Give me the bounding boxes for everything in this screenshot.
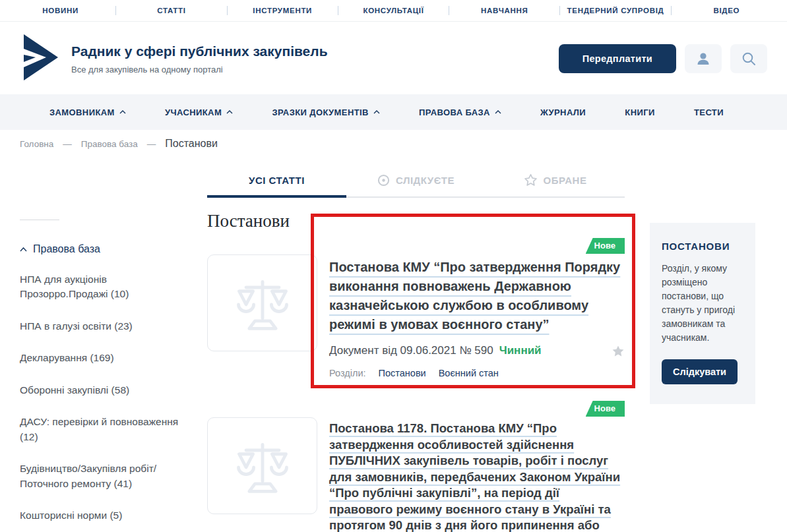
topbar-link-tender-support[interactable]: ТЕНДЕРНИЙ СУПРОВІД — [567, 7, 664, 15]
main-navigation: ЗАМОВНИКАМ УЧАСНИКАМ ЗРАЗКИ ДОКУМЕНТІВ П… — [0, 94, 787, 130]
search-icon — [741, 51, 757, 67]
status-valid: Чинний — [499, 344, 542, 357]
topbar-link-articles[interactable]: СТАТТІ — [157, 7, 186, 15]
tab-following[interactable]: СЛІДКУЄТЕ — [346, 167, 486, 196]
top-link-bar: НОВИНИ СТАТТІ ІНСТРУМЕНТИ КОНСУЛЬТАЦІЇ Н… — [0, 0, 787, 22]
nav-label: ЖУРНАЛИ — [540, 107, 586, 117]
nav-label: ЗАМОВНИКАМ — [49, 107, 115, 117]
follow-button[interactable]: Слідкувати — [662, 359, 738, 384]
brand-text: Радник у сфері публічних закупівель Все … — [71, 44, 328, 74]
follow-box: ПОСТАНОВИ Розділ, у якому розміщено пост… — [650, 223, 755, 404]
divider — [20, 220, 59, 220]
section-link-martial-law[interactable]: Воєнний стан — [439, 368, 499, 378]
account-button[interactable] — [685, 44, 722, 73]
chevron-up-icon — [119, 110, 126, 114]
article-thumbnail[interactable] — [207, 254, 317, 351]
tab-all-articles[interactable]: УСІ СТАТТІ — [207, 167, 346, 196]
tab-favorites[interactable]: ОБРАНЕ — [486, 167, 625, 196]
new-badge: Нове — [586, 238, 625, 254]
sidebar-item-defense[interactable]: Оборонні закупівлі (58) — [20, 383, 186, 398]
chevron-up-icon — [20, 247, 27, 252]
article-card: Нове Постанова КМУ “Про затвердження Пор… — [207, 238, 625, 378]
sidebar-root-label: Правова база — [33, 243, 100, 255]
subscribe-button[interactable]: Передплатити — [559, 44, 676, 73]
badge-row: Нове — [329, 401, 625, 417]
topbar-link-consultations[interactable]: КОНСУЛЬТАЦІЇ — [363, 7, 424, 15]
breadcrumb-legal-base[interactable]: Правова база — [81, 139, 138, 149]
sidebar-item-construction[interactable]: Будівництво/Закупівля робіт/Поточного ре… — [20, 461, 186, 491]
meta-row: Документ від 09.06.2021 № 590 Чинний — [329, 344, 625, 357]
favorite-star-icon[interactable] — [612, 345, 625, 357]
main-content: Правова база НПА для аукціонів Прозорро.… — [0, 156, 787, 532]
tab-label: УСІ СТАТТІ — [249, 175, 305, 186]
category-sidebar: Правова база НПА для аукціонів Прозорро.… — [20, 156, 199, 532]
nav-label: ЗРАЗКИ ДОКУМЕНТІВ — [272, 107, 368, 117]
articles-column: УСІ СТАТТІ СЛІДКУЄТЕ ОБРАНЕ Постанови — [207, 156, 625, 532]
page-title: Постанови — [207, 211, 625, 231]
nav-item-participants[interactable]: УЧАСНИКАМ — [165, 107, 233, 117]
document-meta: Документ від 09.06.2021 № 590 — [329, 344, 493, 357]
sidebar-root-legal-base[interactable]: Правова база — [20, 243, 199, 255]
nav-item-legal-base[interactable]: ПРАВОВА БАЗА — [419, 107, 501, 117]
section-link-postanovy[interactable]: Постанови — [379, 368, 426, 378]
title-wrap: Постанова 1178. Постанова КМУ “Про затве… — [329, 421, 625, 532]
article-title-link[interactable]: Постанова КМУ “Про затвердження Порядку … — [329, 260, 620, 332]
article-body: Нове Постанова КМУ “Про затвердження Пор… — [329, 238, 625, 378]
title-wrap: Постанова КМУ “Про затвердження Порядку … — [329, 258, 625, 334]
breadcrumb-separator: — — [147, 139, 156, 149]
user-icon — [695, 51, 711, 67]
aside-title: ПОСТАНОВИ — [662, 241, 743, 252]
chevron-up-icon — [226, 110, 233, 114]
site-title: Радник у сфері публічних закупівель — [71, 44, 328, 59]
scales-icon — [231, 272, 294, 335]
tabs: УСІ СТАТТІ СЛІДКУЄТЕ ОБРАНЕ — [207, 167, 625, 198]
search-button[interactable] — [730, 44, 767, 73]
nav-item-books[interactable]: КНИГИ — [625, 107, 654, 117]
sidebar-item-declaration[interactable]: Декларування (169) — [20, 351, 186, 365]
sidebar-item-estimate-norms[interactable]: Кошторисні норми (5) — [20, 508, 186, 523]
breadcrumb: Головна — Правова база — Постанови — [0, 130, 787, 156]
page: НОВИНИ СТАТТІ ІНСТРУМЕНТИ КОНСУЛЬТАЦІЇ Н… — [0, 0, 787, 532]
topbar-link-video[interactable]: ВІДЕО — [713, 7, 740, 15]
nav-item-tests[interactable]: ТЕСТИ — [694, 107, 724, 117]
follow-aside: ПОСТАНОВИ Розділ, у якому розміщено пост… — [650, 223, 755, 532]
article-thumbnail[interactable] — [207, 417, 317, 514]
sections-row: Розділи: Постанови Воєнний стан — [329, 368, 625, 378]
article-title-link[interactable]: Постанова 1178. Постанова КМУ “Про затве… — [329, 421, 620, 532]
topbar-link-news[interactable]: НОВИНИ — [42, 7, 79, 15]
chevron-up-icon — [373, 110, 380, 114]
badge-row: Нове — [329, 238, 625, 254]
sections-label: Розділи: — [329, 368, 366, 378]
topbar-link-tools[interactable]: ІНСТРУМЕНТИ — [253, 7, 312, 15]
follow-icon — [377, 174, 390, 187]
article-body: Нове Постанова 1178. Постанова КМУ “Про … — [329, 401, 625, 532]
new-badge: Нове — [586, 401, 625, 417]
nav-item-journals[interactable]: ЖУРНАЛИ — [540, 107, 586, 117]
header-actions: Передплатити — [559, 44, 767, 73]
nav-label: ПРАВОВА БАЗА — [419, 107, 490, 117]
nav-label: УЧАСНИКАМ — [165, 107, 222, 117]
brand-logo-icon[interactable] — [20, 33, 61, 84]
breadcrumb-home[interactable]: Головна — [20, 139, 53, 149]
aside-description: Розділ, у якому розміщено постанови, що … — [662, 262, 743, 345]
sidebar-item-dasu[interactable]: ДАСУ: перевірки й повноваження (12) — [20, 415, 186, 444]
article-card: Нове Постанова 1178. Постанова КМУ “Про … — [207, 401, 625, 532]
tab-label: СЛІДКУЄТЕ — [396, 175, 455, 186]
header: Радник у сфері публічних закупівель Все … — [0, 22, 787, 94]
nav-item-document-samples[interactable]: ЗРАЗКИ ДОКУМЕНТІВ — [272, 107, 379, 117]
nav-item-customers[interactable]: ЗАМОВНИКАМ — [49, 107, 126, 117]
tab-label: ОБРАНЕ — [544, 175, 587, 186]
chevron-up-icon — [495, 110, 501, 114]
breadcrumb-separator: — — [63, 139, 72, 149]
topbar-link-education[interactable]: НАВЧАННЯ — [481, 7, 528, 15]
star-icon — [524, 173, 538, 187]
site-subtitle: Все для закупівель на одному порталі — [71, 65, 328, 74]
sidebar-item-npa-education[interactable]: НПА в галузі освіти (23) — [20, 319, 186, 334]
nav-label: КНИГИ — [625, 107, 654, 117]
breadcrumb-current: Постанови — [165, 138, 218, 150]
nav-label: ТЕСТИ — [694, 107, 724, 117]
sidebar-item-npa-auctions[interactable]: НПА для аукціонів Прозорро.Продажі (10) — [20, 272, 186, 302]
scales-icon — [231, 434, 294, 498]
